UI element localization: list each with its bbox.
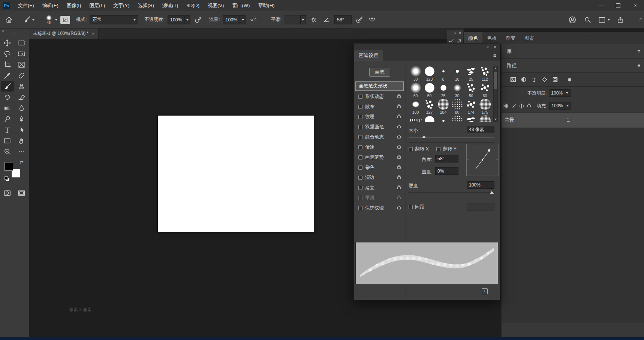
pressure-size-button[interactable] — [355, 15, 364, 25]
lock-icon[interactable] — [397, 176, 401, 179]
path-selection-tool[interactable] — [15, 125, 28, 135]
tool-preset-picker[interactable] — [23, 16, 34, 24]
toolbar-grip[interactable] — [0, 29, 29, 35]
checkbox[interactable] — [358, 176, 362, 180]
brush-preset[interactable]: 175 — [478, 99, 492, 115]
crop-tool[interactable] — [1, 59, 14, 70]
menu-item-image[interactable]: 图像(I) — [63, 0, 85, 11]
pen-tool[interactable] — [15, 114, 28, 124]
brush-preset[interactable]: 112 — [478, 66, 492, 82]
size-slider[interactable] — [409, 135, 494, 139]
slider-track[interactable] — [409, 137, 494, 138]
toggle-brush-settings-panel-button[interactable] — [60, 16, 70, 24]
brush-preset[interactable]: 30 — [409, 66, 422, 82]
eraser-tool[interactable] — [15, 92, 28, 102]
menu-item-3d[interactable]: 3D(D) — [182, 0, 204, 11]
angle-input[interactable]: 58° — [435, 155, 458, 162]
hardness-slider[interactable] — [409, 191, 494, 194]
checkbox[interactable] — [358, 165, 362, 170]
flow-value-box[interactable]: 100% — [223, 15, 240, 24]
swap-colors-icon[interactable]: ⇄ — [20, 160, 23, 165]
filter-smart-objects-icon[interactable] — [552, 77, 558, 83]
lock-icon[interactable] — [397, 146, 401, 149]
brush-preset[interactable]: 25 — [464, 66, 478, 82]
spot-healing-brush-tool[interactable] — [15, 70, 28, 81]
smoothing-dropdown-button[interactable] — [300, 15, 306, 24]
panel-menu-icon[interactable]: ≡ — [493, 53, 496, 59]
screen-mode-button[interactable] — [15, 188, 28, 198]
panel-drag-bar[interactable]: « × — [354, 44, 500, 50]
brush-preset[interactable]: 30 — [450, 82, 464, 99]
lock-position-icon[interactable] — [519, 103, 524, 109]
options-overflow-indicator[interactable]: » — [639, 16, 642, 21]
menu-item-help[interactable]: 帮助(H) — [254, 0, 279, 11]
flip-y-checkbox[interactable]: 翻转 Y — [436, 146, 457, 152]
lock-icon[interactable] — [397, 166, 401, 169]
flow-control[interactable]: 100% — [223, 15, 246, 24]
lock-icon[interactable] — [397, 197, 401, 199]
opacity-dropdown-button[interactable] — [185, 15, 190, 24]
checkbox[interactable] — [358, 105, 362, 109]
smoothing-control[interactable] — [285, 15, 306, 24]
hardness-input[interactable]: 100% — [467, 181, 494, 189]
lock-icon[interactable] — [397, 105, 401, 108]
spacing-checkbox[interactable]: 间距 — [409, 204, 424, 210]
home-button[interactable] — [4, 15, 13, 25]
brush-preset[interactable]: 60 — [478, 82, 492, 99]
panel-menu-icon[interactable]: ≡ — [587, 35, 590, 41]
lock-icon[interactable] — [397, 116, 401, 118]
clone-stamp-tool[interactable] — [15, 81, 28, 92]
brush-preset[interactable]: 80 — [450, 99, 464, 115]
brush-option-shape-dynamics[interactable]: 形状动态 — [355, 92, 404, 102]
menu-item-edit[interactable]: 编辑(E) — [38, 0, 63, 11]
brush-option-color-dynamics[interactable]: 颜色动态 — [355, 132, 404, 142]
lock-paint-icon[interactable] — [511, 103, 517, 109]
edit-toolbar-button[interactable] — [15, 146, 28, 157]
document-tab[interactable]: 未标题-1 @ 100%(RGB/8) * × — [29, 29, 99, 39]
brush-option-scattering[interactable]: 散布 — [355, 102, 404, 112]
filter-toggle-icon[interactable] — [568, 78, 571, 81]
share-icon[interactable] — [616, 15, 625, 25]
menu-item-layer[interactable]: 图层(L) — [85, 0, 109, 11]
lock-icon[interactable] — [397, 156, 401, 159]
brushes-button[interactable]: 画笔 — [369, 68, 390, 77]
brush-preset[interactable]: 50 — [422, 82, 436, 99]
tab-paths[interactable]: 路径 — [502, 62, 522, 69]
brush-option-brush-pose[interactable]: 画笔笔势 — [355, 152, 404, 162]
dodge-tool[interactable] — [1, 114, 14, 124]
brush-option-noise[interactable]: 杂色 — [355, 162, 404, 173]
maximize-button[interactable] — [610, 0, 627, 11]
brush-preset[interactable]: 25 — [464, 115, 478, 122]
panel-menu-icon[interactable]: ≡ — [637, 63, 640, 68]
lock-icon[interactable] — [397, 207, 401, 209]
lock-all-icon[interactable] — [527, 105, 531, 107]
brush-preset[interactable]: 123 — [422, 66, 436, 82]
checkbox[interactable] — [358, 196, 362, 200]
brush-option-smoothing[interactable]: 平滑 — [355, 193, 404, 203]
default-colors-icon[interactable] — [4, 176, 9, 181]
checkbox[interactable] — [436, 147, 440, 151]
checkbox[interactable] — [409, 147, 413, 151]
smoothing-value-box[interactable] — [285, 15, 300, 24]
account-icon[interactable] — [568, 15, 577, 25]
lock-transparent-icon[interactable] — [503, 103, 509, 109]
preset-scrollbar[interactable] — [493, 66, 498, 122]
flow-dropdown-button[interactable] — [240, 15, 246, 24]
opacity-value-box[interactable]: 100% — [168, 15, 185, 24]
minimize-button[interactable]: — — [592, 0, 610, 11]
brush-preset[interactable]: 50 — [464, 82, 478, 99]
tab-libraries[interactable]: 库 — [502, 48, 517, 55]
hand-tool[interactable] — [15, 135, 28, 146]
lasso-tool[interactable] — [1, 48, 14, 59]
paths-panel-header[interactable]: 路径 ≡ — [502, 59, 644, 73]
angle-roundness-control[interactable] — [466, 144, 499, 176]
filter-pixel-layers-icon[interactable] — [510, 77, 516, 83]
brush-option-build-up[interactable]: 建立 — [355, 183, 404, 193]
lock-icon[interactable] — [397, 136, 401, 138]
layers-opacity-input[interactable]: 100% — [549, 89, 571, 97]
photoshop-logo[interactable]: Ps — [3, 2, 10, 9]
menu-item-window[interactable]: 窗口(W) — [228, 0, 254, 11]
expand-panels-icon[interactable]: » — [454, 31, 457, 35]
brush-tip-shape-item[interactable]: 画笔笔尖形状 — [355, 81, 404, 91]
brush-preset[interactable]: 80 — [450, 115, 464, 122]
